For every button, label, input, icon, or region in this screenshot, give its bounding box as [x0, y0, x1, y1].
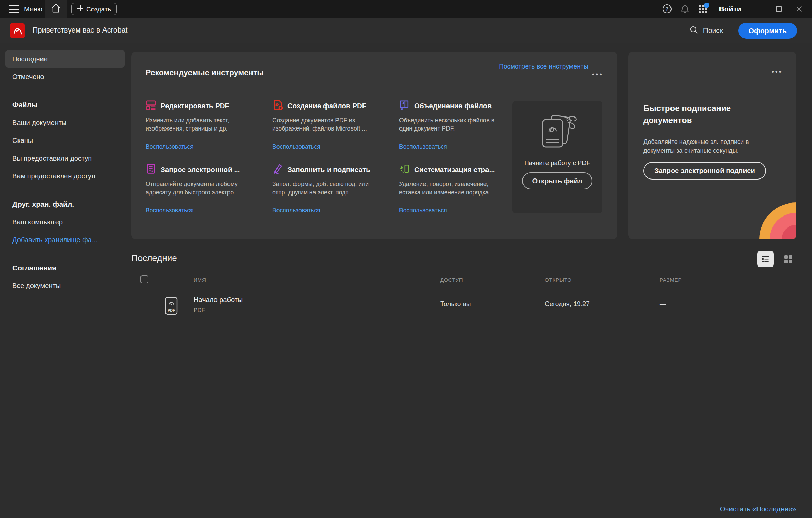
recent-table-header: ИМЯ ДОСТУП ОТКРЫТО РАЗМЕР — [131, 273, 796, 287]
sidebar-item-scans[interactable]: Сканы — [5, 132, 125, 149]
minimize-button[interactable] — [750, 0, 766, 18]
tool-request-signature: Запрос электронной ... Отправляйте докум… — [146, 163, 259, 214]
help-button[interactable]: ? — [662, 4, 672, 14]
start-panel-caption: Начните работу с PDF — [512, 159, 602, 167]
tool-fill-sign: Заполнить и подписать Запол. формы, доб.… — [272, 163, 385, 214]
tool-title: Объединение файлов — [414, 102, 492, 110]
recommended-tools-card: Рекомендуемые инструменты Посмотреть все… — [131, 52, 617, 239]
pdf-file-icon: PDF — [164, 297, 178, 317]
start-with-pdf-panel: Начните работу с PDF Открыть файл — [512, 101, 602, 213]
sidebar-item-recent[interactable]: Последние — [5, 50, 125, 68]
tool-title: Запрос электронной ... — [161, 165, 240, 174]
quick-sign-card: ●●● Быстрое подписание документов Добавл… — [628, 52, 796, 239]
sidebar-item-shared-by-you[interactable]: Вы предоставили доступ — [5, 149, 125, 167]
tool-use-link[interactable]: Воспользоваться — [272, 143, 320, 150]
file-access: Только вы — [440, 300, 471, 308]
tool-description: Удаление, поворот, извлечение, вставка и… — [399, 180, 508, 196]
tool-combine-files: Объединение файлов Объединить нескольких… — [399, 100, 512, 150]
tool-use-link[interactable]: Воспользоваться — [146, 143, 194, 150]
tool-title: Редактировать PDF — [161, 102, 229, 110]
column-header-opened: ОТКРЫТО — [545, 277, 572, 283]
sidebar-item-your-computer[interactable]: Ваш компьютер — [5, 213, 125, 231]
sidebar-item-add-storage[interactable]: Добавить хранилище фа... — [5, 231, 125, 249]
file-name: Начало работы — [194, 296, 243, 304]
request-signature-icon — [146, 163, 156, 175]
sidebar-item-your-documents[interactable]: Ваши документы — [5, 114, 125, 132]
tool-use-link[interactable]: Воспользоваться — [272, 207, 320, 214]
search-icon — [689, 25, 698, 36]
home-tab[interactable] — [45, 0, 67, 18]
notifications-bell-icon[interactable] — [680, 4, 690, 14]
plus-icon — [77, 5, 83, 13]
edit-pdf-icon — [146, 100, 156, 112]
tools-card-menu-ellipsis-icon[interactable]: ●●● — [592, 72, 603, 77]
file-size: — — [660, 300, 666, 308]
tools-card-title: Рекомендуемые инструменты — [146, 68, 264, 77]
sidebar-item-starred[interactable]: Отмечено — [5, 68, 125, 86]
sidebar-section-agreements: Соглашения — [5, 259, 125, 277]
tool-title: Систематизация стра... — [414, 165, 495, 174]
sign-card-title: Быстрое подписание документов — [643, 102, 756, 126]
sidebar-item-all-documents[interactable]: Все документы — [5, 277, 125, 295]
tool-edit-pdf: Редактировать PDF Изменить или добавить … — [146, 100, 259, 150]
grid-view-toggle[interactable] — [783, 254, 793, 264]
tool-description: Отправляйте документы любому адресату дл… — [146, 180, 255, 196]
create-button[interactable]: Создать — [71, 3, 117, 15]
sidebar-item-shared-with-you[interactable]: Вам предоставлен доступ — [5, 167, 125, 185]
grid-view-icon — [783, 254, 793, 264]
svg-text:?: ? — [666, 6, 669, 12]
svg-text:PDF: PDF — [168, 308, 175, 312]
menu-button[interactable]: Меню — [0, 0, 42, 18]
notification-badge — [704, 3, 709, 8]
column-header-name: ИМЯ — [194, 277, 206, 283]
file-type: PDF — [194, 307, 205, 314]
menu-label: Меню — [24, 5, 42, 13]
sign-card-menu-ellipsis-icon[interactable]: ●●● — [771, 69, 783, 74]
page-title: Приветствуем вас в Acrobat — [33, 26, 128, 35]
list-view-icon — [761, 255, 770, 263]
signin-button[interactable]: Войти — [719, 5, 741, 13]
create-pdf-icon — [272, 100, 283, 112]
tool-use-link[interactable]: Воспользоваться — [146, 207, 194, 214]
combine-files-icon — [399, 100, 410, 112]
table-row[interactable]: PDF Начало работы PDF Только вы Сегодня,… — [131, 290, 796, 323]
recent-section-title: Последние — [131, 253, 177, 263]
close-button[interactable] — [791, 0, 807, 18]
tools-grid: Редактировать PDF Изменить или добавить … — [146, 100, 512, 214]
tool-description: Создание документов PDF из изображений, … — [272, 116, 381, 133]
organize-pages-icon — [399, 163, 410, 175]
sign-card-description: Добавляйте надежные эл. подписи в докуме… — [643, 137, 777, 155]
column-header-access: ДОСТУП — [440, 277, 463, 283]
pdf-document-hand-illustration — [528, 107, 587, 159]
tool-description: Изменить или добавить текст, изображения… — [146, 116, 255, 133]
sidebar: Последние Отмечено Файлы Ваши документы … — [0, 43, 130, 518]
request-esignature-button[interactable]: Запрос электронной подписи — [643, 162, 766, 180]
search-label: Поиск — [703, 26, 723, 35]
home-icon — [51, 3, 61, 15]
tool-organize-pages: Систематизация стра... Удаление, поворот… — [399, 163, 512, 214]
tool-description: Запол. формы, доб. свою под. или отпр. д… — [272, 180, 381, 196]
sidebar-section-other-storage: Друг. хран. файл. — [5, 195, 125, 213]
clear-recent-link[interactable]: Очистить «Последние» — [720, 505, 796, 513]
maximize-button[interactable] — [771, 0, 787, 18]
hamburger-icon — [9, 5, 19, 13]
tool-use-link[interactable]: Воспользоваться — [399, 143, 447, 150]
app-switcher-icon[interactable] — [698, 4, 708, 14]
upgrade-button[interactable]: Оформить — [738, 23, 797, 39]
search-button[interactable]: Поиск — [689, 18, 723, 43]
sidebar-section-files: Файлы — [5, 96, 125, 114]
app-header: Приветствуем вас в Acrobat Поиск Оформит… — [0, 18, 812, 43]
tool-use-link[interactable]: Воспользоваться — [399, 207, 447, 214]
table-divider-top — [131, 289, 796, 289]
tool-description: Объединить нескольких файлов в один доку… — [399, 116, 508, 133]
tool-create-pdf: Создание файлов PDF Создание документов … — [272, 100, 385, 150]
open-file-button[interactable]: Открыть файл — [522, 172, 593, 189]
list-view-toggle[interactable] — [757, 251, 774, 267]
file-opened: Сегодня, 19:27 — [545, 300, 590, 308]
table-divider-bottom — [131, 323, 796, 323]
select-all-checkbox[interactable] — [140, 275, 148, 283]
acrobat-logo-icon — [10, 23, 25, 38]
tool-title: Заполнить и подписать — [287, 165, 370, 174]
tool-title: Создание файлов PDF — [287, 102, 366, 110]
see-all-tools-link[interactable]: Посмотреть все инструменты — [499, 63, 588, 70]
